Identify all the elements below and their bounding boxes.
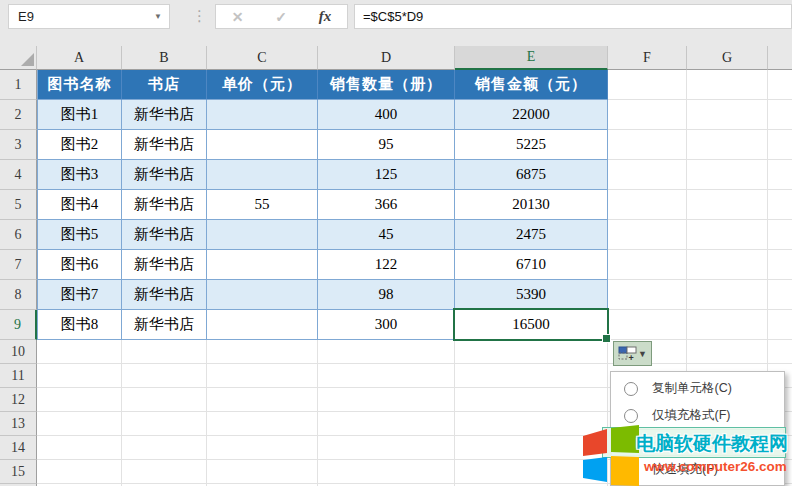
cell-B6[interactable]: 新华书店	[122, 220, 207, 250]
cell-C6[interactable]	[207, 220, 318, 250]
cell-B9[interactable]: 新华书店	[122, 310, 207, 340]
cell-F8[interactable]	[608, 280, 687, 310]
menu-item-fill-formatting-only[interactable]: 仅填充格式(F)	[611, 402, 784, 429]
cell-E4[interactable]: 6875	[455, 160, 608, 190]
menu-item-copy-cells[interactable]: 复制单元格(C)	[611, 375, 784, 402]
cell-C15[interactable]	[207, 460, 318, 484]
cell-D1[interactable]: 销售数量（册）	[318, 70, 455, 100]
cell-D15[interactable]	[318, 460, 455, 484]
cell-A3[interactable]: 图书2	[37, 130, 122, 160]
cell-D9[interactable]: 300	[318, 310, 455, 340]
cell-G3[interactable]	[687, 130, 768, 160]
cell-E3[interactable]: 5225	[455, 130, 608, 160]
row-header-10[interactable]: 10	[0, 340, 37, 364]
cell-E9-active[interactable]: 16500	[455, 310, 608, 340]
cell-B3[interactable]: 新华书店	[122, 130, 207, 160]
cell-B11[interactable]	[122, 364, 207, 388]
cell-G8[interactable]	[687, 280, 768, 310]
cell-F1[interactable]	[608, 70, 687, 100]
cell-B5[interactable]: 新华书店	[122, 190, 207, 220]
cell-C14[interactable]	[207, 436, 318, 460]
cell-D12[interactable]	[318, 388, 455, 412]
cell-A14[interactable]	[37, 436, 122, 460]
insert-function-icon[interactable]: fx	[319, 8, 332, 25]
cell-G9[interactable]	[687, 310, 768, 340]
cell-B8[interactable]: 新华书店	[122, 280, 207, 310]
cell-B7[interactable]: 新华书店	[122, 250, 207, 280]
cell-C11[interactable]	[207, 364, 318, 388]
cell-A5[interactable]: 图书4	[37, 190, 122, 220]
cell-A11[interactable]	[37, 364, 122, 388]
cell-E11[interactable]	[455, 364, 608, 388]
cell-D14[interactable]	[318, 436, 455, 460]
row-header-14[interactable]: 14	[0, 436, 37, 460]
cell-C3[interactable]	[207, 130, 318, 160]
cell-A4[interactable]: 图书3	[37, 160, 122, 190]
cell-G1[interactable]	[687, 70, 768, 100]
cell-A12[interactable]	[37, 388, 122, 412]
cell-E12[interactable]	[455, 388, 608, 412]
cell-A8[interactable]: 图书7	[37, 280, 122, 310]
cell-D7[interactable]: 122	[318, 250, 455, 280]
cell-A2[interactable]: 图书1	[37, 100, 122, 130]
cell-E7[interactable]: 6710	[455, 250, 608, 280]
cell-A1[interactable]: 图书名称	[37, 70, 122, 100]
cell-C9[interactable]	[207, 310, 318, 340]
col-header-B[interactable]: B	[122, 46, 207, 70]
row-header-4[interactable]: 4	[0, 160, 37, 190]
row-header-12[interactable]: 12	[0, 388, 37, 412]
cell-D3[interactable]: 95	[318, 130, 455, 160]
name-box-dropdown-icon[interactable]: ▼	[154, 12, 162, 21]
cell-A9[interactable]: 图书8	[37, 310, 122, 340]
cell-B10[interactable]	[122, 340, 207, 364]
cell-B2[interactable]: 新华书店	[122, 100, 207, 130]
cell-G7[interactable]	[687, 250, 768, 280]
cell-E10[interactable]	[455, 340, 608, 364]
cell-D6[interactable]: 45	[318, 220, 455, 250]
menu-item-flash-fill[interactable]: 快速填充(F)	[611, 456, 784, 483]
cell-B12[interactable]	[122, 388, 207, 412]
cell-E13[interactable]	[455, 412, 608, 436]
cell-F3[interactable]	[608, 130, 687, 160]
cell-D13[interactable]	[318, 412, 455, 436]
col-header-G[interactable]: G	[687, 46, 768, 70]
cell-C8[interactable]	[207, 280, 318, 310]
cell-G2[interactable]	[687, 100, 768, 130]
row-header-2[interactable]: 2	[0, 100, 37, 130]
cell-A10[interactable]	[37, 340, 122, 364]
cell-G5[interactable]	[687, 190, 768, 220]
col-header-C[interactable]: C	[207, 46, 318, 70]
cell-C7[interactable]	[207, 250, 318, 280]
col-header-D[interactable]: D	[318, 46, 455, 70]
formula-input[interactable]: =$C$5*D9	[354, 4, 792, 29]
cell-E6[interactable]: 2475	[455, 220, 608, 250]
cell-D10[interactable]	[318, 340, 455, 364]
cell-C5[interactable]: 55	[207, 190, 318, 220]
cell-C12[interactable]	[207, 388, 318, 412]
row-header-13[interactable]: 13	[0, 412, 37, 436]
cell-G6[interactable]	[687, 220, 768, 250]
cell-C2[interactable]	[207, 100, 318, 130]
row-header-11[interactable]: 11	[0, 364, 37, 388]
row-header-6[interactable]: 6	[0, 220, 37, 250]
cell-B15[interactable]	[122, 460, 207, 484]
cell-A15[interactable]	[37, 460, 122, 484]
cell-E14[interactable]	[455, 436, 608, 460]
cell-B4[interactable]: 新华书店	[122, 160, 207, 190]
cell-B1[interactable]: 书店	[122, 70, 207, 100]
col-header-E-selected[interactable]: E	[455, 46, 608, 70]
row-header-15[interactable]: 15	[0, 460, 37, 484]
col-header-F[interactable]: F	[608, 46, 687, 70]
row-header-1[interactable]: 1	[0, 70, 37, 100]
name-box[interactable]: E9 ▼	[8, 4, 170, 29]
row-header-3[interactable]: 3	[0, 130, 37, 160]
cell-D2[interactable]: 400	[318, 100, 455, 130]
cancel-icon[interactable]: ✕	[232, 9, 244, 25]
cell-D8[interactable]: 98	[318, 280, 455, 310]
fill-handle[interactable]	[602, 334, 611, 343]
cell-A7[interactable]: 图书6	[37, 250, 122, 280]
auto-fill-options-button[interactable]: + ▼	[613, 341, 652, 366]
cell-C4[interactable]	[207, 160, 318, 190]
cell-E2[interactable]: 22000	[455, 100, 608, 130]
cell-D5[interactable]: 366	[318, 190, 455, 220]
